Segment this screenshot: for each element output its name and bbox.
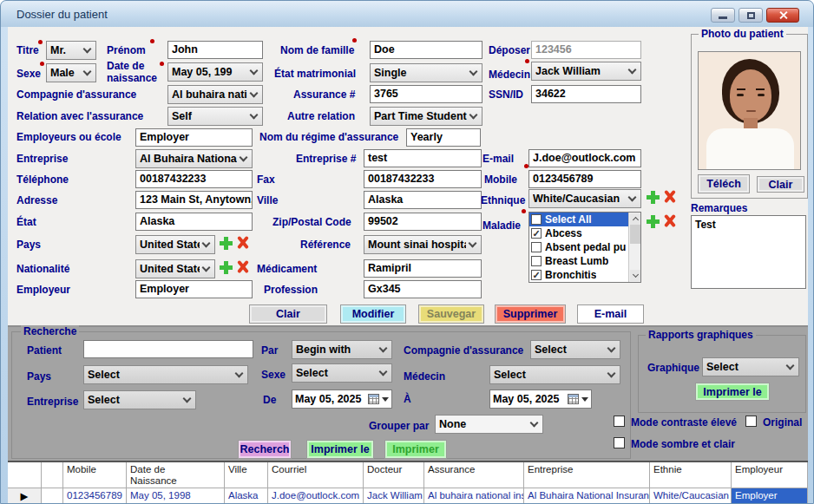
adresse-input[interactable]: 123 Main St, Anytown,: [135, 191, 253, 209]
table-cell[interactable]: May 05, 1998: [127, 488, 225, 504]
scroll-down-icon[interactable]: [630, 270, 640, 281]
search-par-select[interactable]: Begin with: [292, 340, 392, 359]
photo-upload-button[interactable]: Téléch: [698, 174, 750, 193]
photo-clear-button[interactable]: Clair: [757, 176, 804, 193]
search-de-datepicker[interactable]: May 05, 2025: [292, 389, 392, 409]
mode-sombre-checkbox[interactable]: [614, 437, 625, 448]
table-header[interactable]: Ville: [225, 462, 268, 488]
mode-contraste-checkbox[interactable]: [614, 416, 625, 427]
table-cell[interactable]: 0123456789: [63, 488, 127, 504]
remarques-textarea[interactable]: Test: [691, 215, 806, 289]
table-cell[interactable]: Al buhaira national ins: [424, 488, 524, 504]
pays-select[interactable]: United States: [135, 235, 215, 254]
close-button[interactable]: [766, 8, 799, 23]
entreprise-select[interactable]: Al Buhaira National: [135, 149, 253, 168]
imprimer-le-button[interactable]: Imprimer le: [306, 440, 374, 459]
table-header[interactable]: Employeur: [732, 462, 808, 488]
employeurs-ecole-input[interactable]: Employer: [135, 128, 253, 147]
table-header[interactable]: Date de Naissance: [127, 462, 225, 488]
nom-famille-input[interactable]: Doe: [370, 41, 482, 59]
search-pays-select[interactable]: Select: [83, 365, 248, 384]
checkbox-icon[interactable]: ✓: [531, 228, 542, 239]
table-cell[interactable]: Al Buhaira National Insurance: [524, 488, 650, 504]
maladie-item[interactable]: Select All: [529, 213, 629, 226]
rapports-imprimer-le-button[interactable]: Imprimer le: [695, 383, 770, 401]
sauvegar-button[interactable]: Sauvegar: [418, 304, 484, 324]
table-cell[interactable]: J.doe@outlock.com: [268, 488, 364, 504]
checkbox-icon[interactable]: [531, 214, 542, 225]
table-cell[interactable]: [42, 488, 63, 504]
table-cell[interactable]: White/Caucasian: [650, 488, 732, 504]
maladie-scrollbar[interactable]: [628, 213, 640, 282]
autre-relation-select[interactable]: Part Time Student: [370, 107, 482, 126]
telephone-input[interactable]: 00187432233: [135, 170, 253, 188]
title-bar[interactable]: Dossier du patient: [1, 1, 813, 27]
medicament-input[interactable]: Ramipril: [364, 259, 482, 278]
checkbox-icon[interactable]: [531, 242, 542, 252]
modifier-button[interactable]: Modifier: [340, 304, 406, 324]
regime-assurance-input[interactable]: Yearly: [406, 128, 481, 147]
table-header[interactable]: Docteur: [364, 462, 424, 488]
mobile-input[interactable]: 0123456789: [528, 170, 641, 188]
maladie-item[interactable]: Absent pedal pu: [529, 240, 629, 254]
add-pays-icon[interactable]: [220, 237, 233, 250]
entreprise-num-input[interactable]: test: [364, 149, 482, 167]
checkbox-icon[interactable]: [531, 256, 542, 266]
row-selector-icon[interactable]: ▶: [8, 488, 42, 504]
search-medecin-select[interactable]: Select: [489, 365, 620, 384]
nationalite-select[interactable]: United States: [135, 259, 215, 278]
search-sexe-select[interactable]: Select: [292, 363, 392, 383]
table-row[interactable]: ▶ 0123456789 May 05, 1998 Alaska J.doe@o…: [8, 488, 808, 504]
delete-ethnique-icon[interactable]: [663, 190, 676, 203]
table-cell-selected[interactable]: Employer: [732, 488, 808, 504]
maladie-listbox[interactable]: Select All ✓Abcess Absent pedal pu Breas…: [528, 212, 641, 283]
maximize-button[interactable]: [739, 8, 763, 23]
checkbox-icon[interactable]: ✓: [531, 270, 542, 280]
table-header[interactable]: Assurance: [424, 462, 524, 488]
table-header[interactable]: Mobile: [63, 462, 127, 488]
email-button[interactable]: E-mail: [577, 304, 644, 324]
maladie-item[interactable]: ✓Abcess: [529, 226, 629, 240]
ssn-input[interactable]: 34622: [531, 85, 641, 103]
add-ethnique-icon[interactable]: [647, 191, 660, 204]
search-patient-input[interactable]: [83, 340, 253, 358]
ville-input[interactable]: Alaska: [364, 191, 482, 209]
grouper-par-select[interactable]: None: [435, 415, 543, 434]
original-checkbox[interactable]: [745, 416, 757, 427]
email-input[interactable]: J.doe@outlock.com: [528, 149, 641, 167]
maladie-item[interactable]: Breast Lumb: [529, 254, 629, 268]
table-header[interactable]: [42, 462, 63, 488]
maladie-item[interactable]: ✓Bronchitis: [529, 268, 629, 282]
zip-input[interactable]: 99502: [364, 213, 482, 231]
etat-input[interactable]: Alaska: [135, 213, 253, 231]
graphique-select[interactable]: Select: [702, 357, 799, 376]
search-compagnie-select[interactable]: Select: [530, 340, 620, 359]
employeur-input[interactable]: Employer: [135, 280, 253, 298]
titre-select[interactable]: Mr.: [46, 41, 96, 60]
compagnie-assurance-select[interactable]: Al buhaira nati: [167, 85, 263, 104]
add-nationalite-icon[interactable]: [220, 261, 233, 274]
search-a-datepicker[interactable]: May 05, 2025: [489, 389, 592, 409]
table-header[interactable]: Entreprise: [524, 462, 650, 488]
medecin-select[interactable]: Jack William: [531, 62, 641, 81]
table-header[interactable]: Ethnie: [650, 462, 732, 488]
supprimer-button[interactable]: Supprimer: [495, 304, 566, 324]
date-naissance-select[interactable]: May 05, 199: [167, 62, 263, 82]
add-maladie-icon[interactable]: [647, 215, 660, 228]
table-cell[interactable]: Alaska: [225, 488, 268, 504]
reference-select[interactable]: Mount sinai hospital: [364, 235, 482, 254]
delete-pays-icon[interactable]: [236, 236, 249, 249]
etat-matrimonial-select[interactable]: Single: [370, 63, 482, 82]
delete-nationalite-icon[interactable]: [236, 260, 249, 273]
imprimer-button[interactable]: Imprimer: [384, 440, 447, 459]
ethnique-select[interactable]: White/Caucasian: [528, 189, 641, 208]
search-entreprise-select[interactable]: Select: [83, 390, 196, 409]
clair-button[interactable]: Clair: [249, 304, 327, 324]
delete-maladie-icon[interactable]: [663, 214, 676, 227]
recherch-button[interactable]: Recherch: [238, 440, 292, 459]
assurance-num-input[interactable]: 3765: [370, 85, 482, 103]
minimize-button[interactable]: [711, 8, 735, 23]
scroll-up-icon[interactable]: [630, 213, 640, 225]
fax-input[interactable]: 00187432233: [364, 170, 482, 188]
table-cell[interactable]: Jack William: [364, 488, 424, 504]
